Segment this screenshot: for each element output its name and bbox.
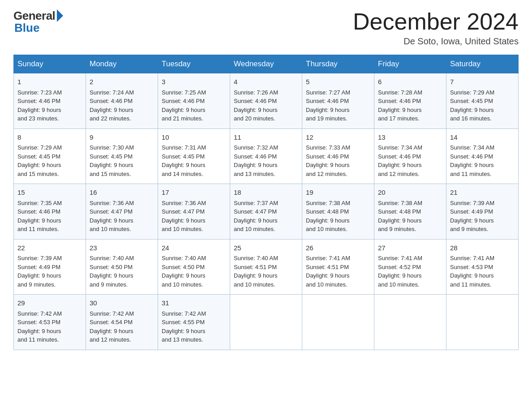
day-number: 5 <box>306 77 370 87</box>
calendar-cell: 5Sunrise: 7:27 AMSunset: 4:46 PMDaylight… <box>302 73 374 129</box>
calendar-cell <box>230 295 302 350</box>
location-text: De Soto, Iowa, United States <box>353 36 519 47</box>
calendar-cell: 2Sunrise: 7:24 AMSunset: 4:46 PMDaylight… <box>86 73 158 129</box>
calendar-cell: 29Sunrise: 7:42 AMSunset: 4:53 PMDayligh… <box>14 295 86 350</box>
day-number: 28 <box>450 243 515 253</box>
day-number: 29 <box>17 298 82 308</box>
col-tuesday: Tuesday <box>158 55 230 73</box>
calendar-cell: 27Sunrise: 7:41 AMSunset: 4:52 PMDayligh… <box>374 239 446 295</box>
day-number: 31 <box>162 298 226 308</box>
day-number: 3 <box>162 77 226 87</box>
calendar-cell: 9Sunrise: 7:30 AMSunset: 4:45 PMDaylight… <box>86 128 158 184</box>
calendar-cell: 19Sunrise: 7:38 AMSunset: 4:48 PMDayligh… <box>302 184 374 240</box>
calendar-week-row: 29Sunrise: 7:42 AMSunset: 4:53 PMDayligh… <box>14 295 519 350</box>
calendar-cell <box>302 295 374 350</box>
col-sunday: Sunday <box>14 55 86 73</box>
day-number: 8 <box>17 133 82 143</box>
calendar-cell: 25Sunrise: 7:40 AMSunset: 4:51 PMDayligh… <box>230 239 302 295</box>
calendar-cell: 24Sunrise: 7:40 AMSunset: 4:50 PMDayligh… <box>158 239 230 295</box>
calendar-cell: 13Sunrise: 7:34 AMSunset: 4:46 PMDayligh… <box>374 128 446 184</box>
day-number: 27 <box>378 243 442 253</box>
calendar-cell: 3Sunrise: 7:25 AMSunset: 4:46 PMDaylight… <box>158 73 230 129</box>
col-saturday: Saturday <box>446 55 519 73</box>
calendar-cell: 20Sunrise: 7:38 AMSunset: 4:48 PMDayligh… <box>374 184 446 240</box>
day-number: 19 <box>306 188 370 198</box>
calendar-week-row: 15Sunrise: 7:35 AMSunset: 4:46 PMDayligh… <box>14 184 519 240</box>
calendar-cell: 31Sunrise: 7:42 AMSunset: 4:55 PMDayligh… <box>158 295 230 350</box>
calendar-table: Sunday Monday Tuesday Wednesday Thursday… <box>13 55 519 350</box>
logo: General Blue <box>13 9 63 35</box>
calendar-cell: 23Sunrise: 7:40 AMSunset: 4:50 PMDayligh… <box>86 239 158 295</box>
day-number: 15 <box>17 188 82 198</box>
calendar-week-row: 1Sunrise: 7:23 AMSunset: 4:46 PMDaylight… <box>14 73 519 129</box>
calendar-cell: 6Sunrise: 7:28 AMSunset: 4:46 PMDaylight… <box>374 73 446 129</box>
calendar-cell: 18Sunrise: 7:37 AMSunset: 4:47 PMDayligh… <box>230 184 302 240</box>
calendar-cell: 28Sunrise: 7:41 AMSunset: 4:53 PMDayligh… <box>446 239 519 295</box>
page-header: General Blue December 2024 De Soto, Iowa… <box>13 9 519 47</box>
day-number: 11 <box>234 133 298 143</box>
day-number: 23 <box>90 243 154 253</box>
calendar-cell: 17Sunrise: 7:36 AMSunset: 4:47 PMDayligh… <box>158 184 230 240</box>
day-number: 10 <box>162 133 226 143</box>
calendar-cell: 11Sunrise: 7:32 AMSunset: 4:46 PMDayligh… <box>230 128 302 184</box>
calendar-cell: 22Sunrise: 7:39 AMSunset: 4:49 PMDayligh… <box>14 239 86 295</box>
day-number: 6 <box>378 77 442 87</box>
day-number: 7 <box>450 77 515 87</box>
day-number: 2 <box>90 77 154 87</box>
col-wednesday: Wednesday <box>230 55 302 73</box>
day-number: 1 <box>17 77 82 87</box>
calendar-cell: 30Sunrise: 7:42 AMSunset: 4:54 PMDayligh… <box>86 295 158 350</box>
calendar-cell: 16Sunrise: 7:36 AMSunset: 4:47 PMDayligh… <box>86 184 158 240</box>
col-monday: Monday <box>86 55 158 73</box>
calendar-week-row: 8Sunrise: 7:29 AMSunset: 4:45 PMDaylight… <box>14 128 519 184</box>
calendar-cell: 10Sunrise: 7:31 AMSunset: 4:45 PMDayligh… <box>158 128 230 184</box>
day-number: 21 <box>450 188 515 198</box>
calendar-cell: 14Sunrise: 7:34 AMSunset: 4:46 PMDayligh… <box>446 128 519 184</box>
calendar-cell: 15Sunrise: 7:35 AMSunset: 4:46 PMDayligh… <box>14 184 86 240</box>
logo-arrow-icon <box>57 9 63 22</box>
calendar-cell <box>374 295 446 350</box>
day-number: 20 <box>378 188 442 198</box>
day-number: 24 <box>162 243 226 253</box>
calendar-cell: 4Sunrise: 7:26 AMSunset: 4:46 PMDaylight… <box>230 73 302 129</box>
calendar-cell: 8Sunrise: 7:29 AMSunset: 4:45 PMDaylight… <box>14 128 86 184</box>
day-number: 14 <box>450 133 515 143</box>
day-number: 17 <box>162 188 226 198</box>
calendar-cell: 12Sunrise: 7:33 AMSunset: 4:46 PMDayligh… <box>302 128 374 184</box>
calendar-cell: 26Sunrise: 7:41 AMSunset: 4:51 PMDayligh… <box>302 239 374 295</box>
day-number: 13 <box>378 133 442 143</box>
day-number: 26 <box>306 243 370 253</box>
logo-blue-text: Blue <box>14 21 39 35</box>
calendar-cell <box>446 295 519 350</box>
day-number: 22 <box>17 243 82 253</box>
day-number: 25 <box>234 243 298 253</box>
calendar-cell: 7Sunrise: 7:29 AMSunset: 4:45 PMDaylight… <box>446 73 519 129</box>
month-title: December 2024 <box>353 9 519 34</box>
day-number: 12 <box>306 133 370 143</box>
col-thursday: Thursday <box>302 55 374 73</box>
day-number: 9 <box>90 133 154 143</box>
col-friday: Friday <box>374 55 446 73</box>
calendar-cell: 1Sunrise: 7:23 AMSunset: 4:46 PMDaylight… <box>14 73 86 129</box>
day-number: 16 <box>90 188 154 198</box>
day-number: 4 <box>234 77 298 87</box>
calendar-header-row: Sunday Monday Tuesday Wednesday Thursday… <box>14 55 519 73</box>
title-area: December 2024 De Soto, Iowa, United Stat… <box>353 9 519 47</box>
day-number: 18 <box>234 188 298 198</box>
calendar-week-row: 22Sunrise: 7:39 AMSunset: 4:49 PMDayligh… <box>14 239 519 295</box>
day-number: 30 <box>90 298 154 308</box>
calendar-cell: 21Sunrise: 7:39 AMSunset: 4:49 PMDayligh… <box>446 184 519 240</box>
